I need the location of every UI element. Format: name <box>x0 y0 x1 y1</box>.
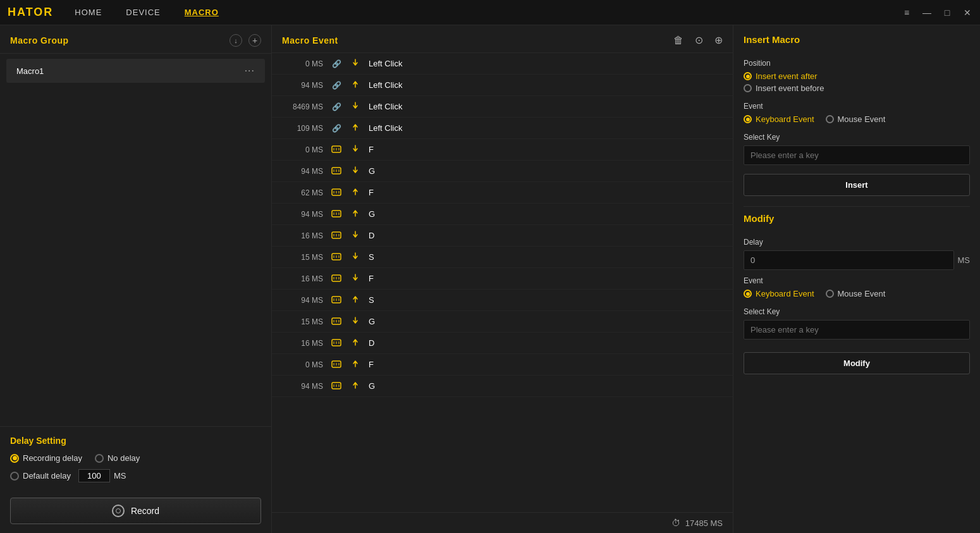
event-direction-icon <box>350 80 361 90</box>
event-footer: ⏱ 17485 MS <box>272 512 733 533</box>
event-type-icon <box>331 188 342 198</box>
move-down-icon[interactable]: ⊕ <box>714 34 723 46</box>
event-type-icon <box>331 166 342 176</box>
event-time: 94 MS <box>282 296 323 305</box>
event-row[interactable]: 94 MS🔗Left Click <box>272 75 733 96</box>
default-delay-input[interactable] <box>78 469 110 482</box>
insert-keyboard-option[interactable]: Keyboard Event <box>744 114 814 124</box>
event-row[interactable]: 0 MSF <box>272 354 733 376</box>
insert-key-input[interactable] <box>744 145 970 165</box>
modify-delay-input[interactable] <box>744 250 954 270</box>
menu-icon[interactable]: ≡ <box>902 8 912 18</box>
event-row[interactable]: 16 MSD <box>272 333 733 354</box>
event-time: 0 MS <box>282 360 323 369</box>
delete-event-icon[interactable]: 🗑 <box>673 35 683 46</box>
event-label-text: S <box>369 295 374 305</box>
event-label-text: Left Click <box>369 102 402 111</box>
insert-macro-title: Insert Macro <box>744 34 970 45</box>
no-delay-dot <box>95 454 104 463</box>
main-layout: Macro Group ↓ + Macro1 ··· Delay Setting… <box>0 25 980 533</box>
event-row[interactable]: 15 MSS <box>272 247 733 268</box>
event-row[interactable]: 15 MSG <box>272 311 733 333</box>
event-row[interactable]: 94 MSS <box>272 290 733 311</box>
close-icon[interactable]: ✕ <box>962 8 972 18</box>
default-delay-label: Default delay <box>23 471 71 481</box>
event-type-icon <box>331 231 342 241</box>
macro-group-icons: ↓ + <box>230 34 261 47</box>
delay-radio-row: Recording delay No delay <box>10 453 261 463</box>
event-time: 94 MS <box>282 210 323 219</box>
default-delay-unit: MS <box>114 471 126 481</box>
no-delay-option[interactable]: No delay <box>95 453 140 463</box>
event-label-text: S <box>369 252 374 262</box>
event-row[interactable]: 0 MS🔗Left Click <box>272 53 733 75</box>
event-type-icon: 🔗 <box>331 102 342 111</box>
event-row[interactable]: 62 MSF <box>272 182 733 204</box>
event-direction-icon <box>350 101 361 112</box>
nav-macro[interactable]: MACRO <box>182 8 221 17</box>
event-direction-icon <box>350 359 361 370</box>
insert-mouse-option[interactable]: Mouse Event <box>826 114 886 124</box>
event-type-icon <box>331 209 342 219</box>
event-label-text: D <box>369 231 374 240</box>
event-direction-icon <box>350 166 361 176</box>
event-row[interactable]: 94 MSG <box>272 161 733 182</box>
event-direction-icon <box>350 295 361 305</box>
modify-button[interactable]: Modify <box>744 352 970 374</box>
position-options-2: Insert event before <box>744 83 970 93</box>
event-type-icon <box>331 360 342 370</box>
insert-after-option[interactable]: Insert event after <box>744 71 818 81</box>
middle-panel: Macro Event 🗑 ⊙ ⊕ 0 MS🔗Left Click94 MS🔗L… <box>272 25 733 533</box>
event-row[interactable]: 8469 MS🔗Left Click <box>272 96 733 118</box>
left-panel: Macro Group ↓ + Macro1 ··· Delay Setting… <box>0 25 272 533</box>
delay-settings-title: Delay Setting <box>10 436 261 446</box>
event-row[interactable]: 16 MSD <box>272 225 733 247</box>
macro-item[interactable]: Macro1 ··· <box>6 59 265 83</box>
minimize-icon[interactable]: — <box>922 8 932 18</box>
insert-after-dot <box>744 72 752 80</box>
nav-home[interactable]: HOME <box>72 8 104 17</box>
event-time: 15 MS <box>282 253 323 262</box>
modify-delay-label: Delay <box>744 238 970 247</box>
logo: HATOR <box>8 6 53 19</box>
modify-keyboard-option[interactable]: Keyboard Event <box>744 289 814 298</box>
event-direction-icon <box>350 252 361 262</box>
event-row[interactable]: 16 MSF <box>272 268 733 290</box>
event-row[interactable]: 0 MSF <box>272 139 733 161</box>
move-up-icon[interactable]: ⊙ <box>695 34 703 46</box>
insert-before-dot <box>744 84 752 92</box>
event-row[interactable]: 94 MSG <box>272 376 733 397</box>
event-type-icon <box>331 145 342 155</box>
event-time: 109 MS <box>282 124 323 133</box>
recording-delay-option[interactable]: Recording delay <box>10 453 82 463</box>
event-direction-icon <box>350 381 361 391</box>
insert-before-label: Insert event before <box>756 83 824 93</box>
record-icon <box>112 505 125 517</box>
event-label-text: D <box>369 338 374 348</box>
modify-mouse-option[interactable]: Mouse Event <box>826 289 886 298</box>
nav-bar: HOME DEVICE MACRO <box>72 8 902 17</box>
modify-select-key-label: Select Key <box>744 307 970 316</box>
default-delay-radio[interactable] <box>10 472 19 481</box>
event-type-icon <box>331 317 342 327</box>
insert-before-option[interactable]: Insert event before <box>744 83 824 93</box>
insert-event-options: Keyboard Event Mouse Event <box>744 114 970 124</box>
delay-settings: Delay Setting Recording delay No delay D… <box>0 426 271 491</box>
nav-device[interactable]: DEVICE <box>123 8 162 17</box>
insert-button[interactable]: Insert <box>744 174 970 196</box>
event-row[interactable]: 94 MSG <box>272 204 733 225</box>
add-macro-icon[interactable]: + <box>248 34 261 47</box>
download-icon[interactable]: ↓ <box>230 34 242 47</box>
event-type-icon <box>331 338 342 348</box>
event-row[interactable]: 109 MS🔗Left Click <box>272 118 733 139</box>
modify-event-label: Event <box>744 276 970 285</box>
macro-options-icon[interactable]: ··· <box>245 65 255 77</box>
event-direction-icon <box>350 273 361 284</box>
right-panel: Insert Macro Position Insert event after… <box>733 25 980 533</box>
record-button[interactable]: Record <box>10 498 261 524</box>
maximize-icon[interactable]: □ <box>942 8 952 18</box>
modify-event-options: Keyboard Event Mouse Event <box>744 289 970 298</box>
event-time: 0 MS <box>282 59 323 68</box>
event-time: 0 MS <box>282 145 323 154</box>
modify-key-input[interactable] <box>744 320 970 340</box>
